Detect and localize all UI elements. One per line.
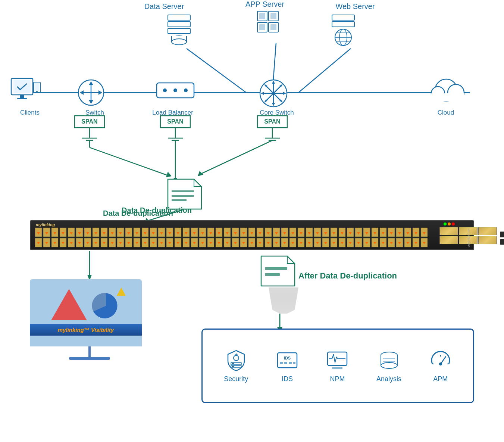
svg-point-81 <box>172 36 187 42</box>
svg-rect-304 <box>293 362 295 364</box>
tool-security: + Security <box>224 349 248 383</box>
svg-marker-18 <box>173 178 177 183</box>
svg-point-97 <box>339 29 347 46</box>
svg-rect-92 <box>259 24 265 30</box>
svg-marker-50 <box>80 90 84 95</box>
svg-rect-76 <box>431 93 464 102</box>
svg-point-75 <box>431 87 445 100</box>
svg-rect-28 <box>172 199 187 201</box>
svg-line-10 <box>90 147 168 175</box>
svg-text:IDS: IDS <box>284 356 291 360</box>
tool-apm: APM <box>429 349 452 383</box>
svg-rect-303 <box>289 362 292 364</box>
svg-marker-25 <box>198 171 203 176</box>
svg-rect-94 <box>332 15 354 20</box>
svg-rect-34 <box>265 267 287 270</box>
svg-rect-297 <box>232 366 234 367</box>
svg-rect-41 <box>17 98 27 99</box>
svg-rect-26 <box>172 190 194 192</box>
svg-rect-43 <box>35 83 39 91</box>
svg-rect-88 <box>257 22 267 32</box>
apm-icon <box>429 349 452 371</box>
security-icon: + <box>225 349 247 371</box>
svg-rect-87 <box>269 11 278 21</box>
svg-rect-299 <box>278 353 297 368</box>
apm-label: APM <box>433 375 448 383</box>
web-server-label: Web Server <box>329 2 381 11</box>
svg-line-3 <box>298 49 351 93</box>
svg-point-45 <box>78 80 104 105</box>
svg-marker-69 <box>264 84 267 87</box>
svg-line-62 <box>273 85 282 93</box>
visibility-label: mylinking™ Visibility <box>30 324 142 336</box>
svg-rect-27 <box>172 195 194 197</box>
visibility-container: mylinking™ Visibility <box>30 279 149 360</box>
svg-point-85 <box>172 39 187 45</box>
svg-point-74 <box>448 84 464 101</box>
analysis-icon <box>378 349 400 371</box>
device-model: ML-NPB-5568 <box>467 228 470 248</box>
svg-rect-301 <box>280 362 283 364</box>
app-server-label: APP Server <box>239 0 291 9</box>
svg-rect-52 <box>157 83 194 98</box>
svg-marker-68 <box>283 92 286 95</box>
svg-point-73 <box>435 79 457 102</box>
svg-rect-78 <box>168 15 190 20</box>
cloud-label: Cloud <box>431 109 461 116</box>
cs-label: Core Switch <box>254 109 299 116</box>
svg-rect-95 <box>332 22 354 27</box>
after-dedup-label: After Data De-duplication <box>298 271 433 281</box>
svg-marker-51 <box>98 90 102 95</box>
svg-text:SPAN: SPAN <box>167 118 183 125</box>
svg-rect-91 <box>270 13 276 19</box>
svg-rect-4 <box>75 116 104 128</box>
svg-marker-70 <box>279 84 283 87</box>
ids-label: IDS <box>282 375 293 383</box>
svg-point-96 <box>335 29 351 46</box>
svg-line-64 <box>273 93 282 102</box>
npm-icon <box>326 349 348 371</box>
svg-text:SPAN: SPAN <box>264 118 280 125</box>
svg-rect-89 <box>269 22 278 32</box>
svg-rect-35 <box>265 273 280 276</box>
svg-line-24 <box>201 140 272 174</box>
svg-point-54 <box>173 88 177 92</box>
svg-point-53 <box>163 88 167 92</box>
analysis-label: Analysis <box>376 375 401 383</box>
svg-rect-19 <box>257 116 287 128</box>
svg-rect-12 <box>160 116 190 128</box>
svg-marker-67 <box>261 92 264 95</box>
svg-marker-66 <box>272 103 275 106</box>
svg-line-2 <box>272 43 276 93</box>
diagram-container: SPAN SPAN SPAN <box>0 0 504 442</box>
svg-point-311 <box>381 362 397 368</box>
svg-rect-93 <box>270 24 276 30</box>
svg-line-1 <box>187 49 246 93</box>
security-label: Security <box>224 375 248 383</box>
device-brand: mylinking <box>36 222 55 227</box>
svg-text:+: + <box>235 352 238 358</box>
data-server-label: Data Server <box>138 2 190 11</box>
device-bar: mylinking var svg = document.currentScri… <box>30 220 474 250</box>
ids-icon: IDS <box>276 349 298 371</box>
svg-rect-38 <box>11 78 33 95</box>
tool-analysis: Analysis <box>376 349 401 383</box>
switch-label: Switch <box>80 109 110 116</box>
svg-rect-306 <box>332 367 342 369</box>
svg-rect-79 <box>168 22 190 27</box>
svg-rect-42 <box>34 82 40 93</box>
lb-label: Load Balancer <box>150 109 195 116</box>
svg-point-56 <box>260 80 287 107</box>
svg-rect-40 <box>20 95 24 98</box>
svg-marker-72 <box>279 99 283 103</box>
tools-box: + Security IDS IDS <box>201 329 474 403</box>
svg-rect-296 <box>232 363 234 364</box>
tool-ids: IDS IDS <box>276 349 298 383</box>
svg-marker-48 <box>89 81 93 85</box>
svg-marker-11 <box>166 172 172 177</box>
svg-rect-39 <box>13 80 31 93</box>
dedup-label: Data De-duplication <box>104 206 209 215</box>
svg-point-55 <box>184 88 188 92</box>
svg-line-63 <box>265 93 273 102</box>
tool-npm: NPM <box>326 349 348 383</box>
